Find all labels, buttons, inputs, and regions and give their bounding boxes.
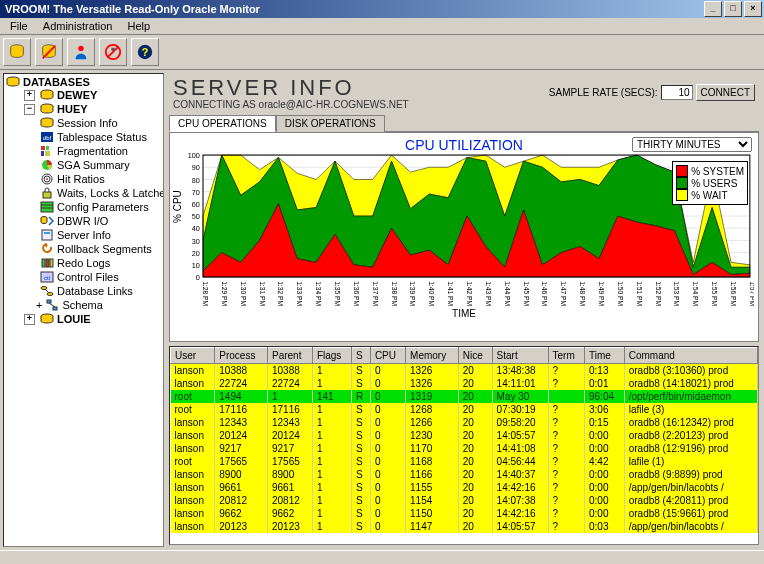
- col-header[interactable]: Process: [215, 348, 268, 364]
- db-red-slash-icon[interactable]: [35, 38, 63, 66]
- col-header[interactable]: Memory: [406, 348, 459, 364]
- pie-icon: [40, 159, 54, 171]
- svg-point-35: [41, 287, 47, 290]
- tree-db-louie[interactable]: +LOUIE: [6, 312, 161, 326]
- tree-dbwr[interactable]: DBWR I/O: [6, 214, 161, 228]
- svg-text:1:48 PM: 1:48 PM: [579, 281, 586, 306]
- svg-text:20: 20: [192, 249, 200, 258]
- table-row[interactable]: root14941141R0131920May 3096:04/opt/perf…: [171, 390, 758, 403]
- close-button[interactable]: ×: [744, 1, 762, 17]
- time-range-select[interactable]: THIRTY MINUTES: [632, 137, 752, 152]
- tree-root[interactable]: DATABASES: [6, 76, 161, 88]
- server-icon: [40, 229, 54, 241]
- redo-icon: [40, 257, 54, 269]
- table-row[interactable]: lanson20123201231S011472014:05:57?0:03/a…: [171, 520, 758, 533]
- svg-text:100: 100: [188, 153, 200, 160]
- table-row[interactable]: root17565175651S011682004:56:44?4:42lafi…: [171, 455, 758, 468]
- help-icon[interactable]: ?: [131, 38, 159, 66]
- tree-db-huey[interactable]: −HUEY: [6, 102, 161, 116]
- tree-session-info[interactable]: Session Info: [6, 116, 161, 130]
- expand-icon[interactable]: +: [24, 90, 35, 101]
- svg-text:dbf: dbf: [43, 135, 52, 141]
- table-row[interactable]: lanson20812208121S011542014:07:38?0:00or…: [171, 494, 758, 507]
- minimize-button[interactable]: _: [704, 1, 722, 17]
- svg-point-22: [46, 178, 48, 180]
- expand-icon[interactable]: +: [24, 314, 35, 325]
- table-row[interactable]: lanson10388103881S013262013:48:38?0:13or…: [171, 364, 758, 378]
- svg-rect-24: [41, 202, 53, 212]
- table-row[interactable]: lanson966196611S011552014:42:16?0:00/app…: [171, 481, 758, 494]
- col-header[interactable]: Time: [584, 348, 624, 364]
- tree-sga[interactable]: SGA Summary: [6, 158, 161, 172]
- svg-text:1:31 PM: 1:31 PM: [259, 281, 266, 306]
- table-row[interactable]: root17116171161S012682007:30:19?3:06lafi…: [171, 403, 758, 416]
- svg-text:ctl: ctl: [44, 275, 50, 281]
- table-row[interactable]: lanson921792171S011702014:41:08?0:00orad…: [171, 442, 758, 455]
- table-row[interactable]: lanson890089001S011662014:40:37?0:00orad…: [171, 468, 758, 481]
- svg-text:1:40 PM: 1:40 PM: [428, 281, 435, 306]
- sample-rate-input[interactable]: [661, 85, 693, 100]
- col-header[interactable]: Flags: [312, 348, 351, 364]
- svg-text:70: 70: [192, 188, 200, 197]
- table-row[interactable]: lanson22724227241S013262014:11:01?0:01or…: [171, 377, 758, 390]
- user-icon[interactable]: [67, 38, 95, 66]
- col-header[interactable]: CPU: [370, 348, 405, 364]
- tree-tablespace[interactable]: dbfTablespace Status: [6, 130, 161, 144]
- tree-pane[interactable]: DATABASES +DEWEY −HUEY Session Info dbfT…: [3, 73, 164, 547]
- col-header[interactable]: Nice: [458, 348, 492, 364]
- database-icon: [40, 89, 54, 101]
- tree-server-info[interactable]: Server Info: [6, 228, 161, 242]
- table-row[interactable]: lanson966296621S011502014:42:16?0:00orad…: [171, 507, 758, 520]
- tree-control-files[interactable]: ctlControl Files: [6, 270, 161, 284]
- expand-icon[interactable]: +: [36, 299, 42, 311]
- control-icon: ctl: [40, 271, 54, 283]
- svg-line-37: [45, 289, 49, 293]
- tree-db-dewey[interactable]: +DEWEY: [6, 88, 161, 102]
- col-header[interactable]: S: [351, 348, 370, 364]
- svg-text:50: 50: [192, 212, 200, 221]
- table-row[interactable]: lanson20124201241S012302014:05:57?0:00or…: [171, 429, 758, 442]
- statusbar: [0, 550, 764, 564]
- maximize-button[interactable]: □: [724, 1, 742, 17]
- tree-fragmentation[interactable]: Fragmentation: [6, 144, 161, 158]
- menu-administration[interactable]: Administration: [37, 18, 119, 34]
- tree-schema[interactable]: +Schema: [6, 298, 161, 312]
- tab-cpu-operations[interactable]: CPU OPERATIONS: [169, 115, 276, 132]
- collapse-icon[interactable]: −: [24, 104, 35, 115]
- svg-text:1:28 PM: 1:28 PM: [202, 281, 209, 306]
- tree-root-label: DATABASES: [23, 76, 90, 88]
- tree-redo[interactable]: Redo Logs: [6, 256, 161, 270]
- svg-rect-23: [43, 192, 51, 198]
- chart-xlabel: TIME: [174, 308, 754, 319]
- col-header[interactable]: Start: [492, 348, 548, 364]
- sample-rate-label: SAMPLE RATE (SECS):: [549, 87, 658, 98]
- lock-icon: [40, 187, 54, 199]
- chart-panel: CPU UTILIZATION THIRTY MINUTES % SYSTEM …: [169, 132, 759, 342]
- tab-disk-operations[interactable]: DISK OPERATIONS: [276, 115, 385, 132]
- svg-rect-29: [44, 232, 50, 234]
- svg-text:1:43 PM: 1:43 PM: [485, 281, 492, 306]
- process-table[interactable]: UserProcessParentFlagsSCPUMemoryNiceStar…: [169, 346, 759, 545]
- tree-rollback[interactable]: Rollback Segments: [6, 242, 161, 256]
- tree-hit-ratios[interactable]: Hit Ratios: [6, 172, 161, 186]
- page-title: SERVER INFO: [173, 75, 543, 101]
- content-pane: SERVER INFO SAMPLE RATE (SECS): CONNECT …: [167, 73, 761, 547]
- io-icon: [40, 215, 54, 227]
- col-header[interactable]: Parent: [267, 348, 312, 364]
- col-header[interactable]: Command: [624, 348, 757, 364]
- svg-text:30: 30: [192, 237, 200, 246]
- svg-text:0: 0: [196, 273, 200, 282]
- menu-file[interactable]: File: [4, 18, 34, 34]
- svg-rect-30: [42, 259, 45, 267]
- tree-config[interactable]: Config Parameters: [6, 200, 161, 214]
- database-icon: [40, 103, 54, 115]
- table-row[interactable]: lanson12343123431S012662009:58:20?0:15or…: [171, 416, 758, 429]
- col-header[interactable]: Term: [548, 348, 584, 364]
- db-yellow-icon[interactable]: [3, 38, 31, 66]
- tree-waits[interactable]: Waits, Locks & Latches: [6, 186, 161, 200]
- tree-db-links[interactable]: Database Links: [6, 284, 161, 298]
- no-user-icon[interactable]: [99, 38, 127, 66]
- menu-help[interactable]: Help: [122, 18, 157, 34]
- col-header[interactable]: User: [171, 348, 215, 364]
- svg-text:1:54 PM: 1:54 PM: [692, 281, 699, 306]
